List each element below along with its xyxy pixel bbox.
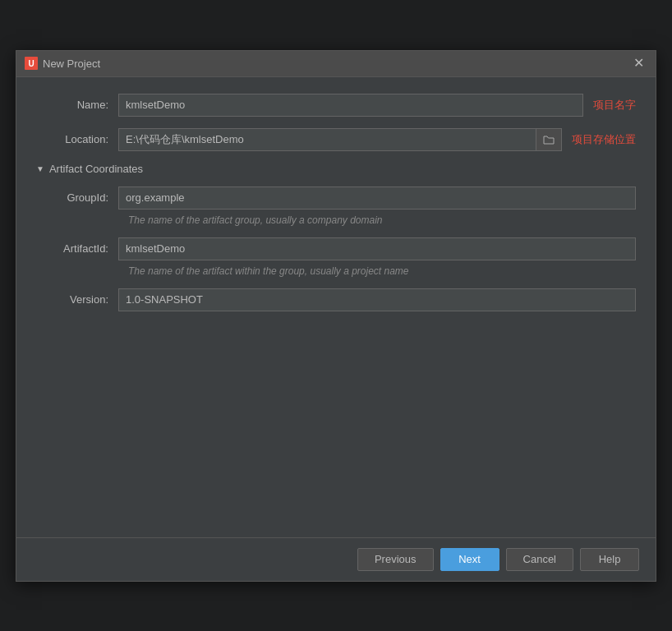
- location-input-wrapper: [118, 128, 562, 151]
- groupid-input[interactable]: [118, 187, 636, 210]
- artifact-header[interactable]: ▼ Artifact Coordinates: [36, 163, 636, 175]
- dialog-footer: Previous Next Cancel Help: [16, 537, 656, 581]
- location-row: Location: 项目存储位置: [36, 128, 636, 151]
- cancel-button[interactable]: Cancel: [506, 548, 573, 571]
- name-row: Name: 项目名字: [36, 94, 636, 117]
- help-button[interactable]: Help: [580, 548, 639, 571]
- groupid-hint: The name of the artifact group, usually …: [128, 214, 636, 226]
- next-button[interactable]: Next: [440, 548, 499, 571]
- folder-icon: [543, 135, 555, 145]
- collapse-triangle-icon: ▼: [36, 164, 44, 173]
- location-label: Location:: [36, 133, 118, 145]
- previous-button[interactable]: Previous: [357, 548, 434, 571]
- artifactid-row: ArtifactId:: [36, 237, 636, 260]
- name-annotation: 项目名字: [593, 98, 636, 113]
- location-annotation: 项目存储位置: [572, 132, 636, 147]
- new-project-dialog: U New Project ✕ Name: 项目名字 Location:: [16, 50, 656, 582]
- close-button[interactable]: ✕: [630, 57, 647, 70]
- artifact-section-label: Artifact Coordinates: [49, 163, 143, 175]
- groupid-label: GroupId:: [36, 191, 118, 204]
- app-icon: U: [25, 57, 38, 70]
- version-input[interactable]: [118, 288, 636, 311]
- version-label: Version:: [36, 293, 118, 306]
- titlebar-left: U New Project: [25, 57, 100, 70]
- groupid-row: GroupId:: [36, 187, 636, 210]
- folder-browse-button[interactable]: [536, 128, 562, 151]
- version-row: Version:: [36, 288, 636, 311]
- name-label: Name:: [36, 99, 118, 111]
- dialog-overlay: U New Project ✕ Name: 项目名字 Location:: [0, 0, 672, 631]
- dialog-titlebar: U New Project ✕: [16, 51, 656, 77]
- artifactid-hint: The name of the artifact within the grou…: [128, 265, 636, 277]
- artifactid-input[interactable]: [118, 237, 636, 260]
- dialog-title: New Project: [43, 58, 100, 70]
- dialog-content: Name: 项目名字 Location: 项目存储位置: [16, 77, 656, 537]
- location-input[interactable]: [118, 128, 536, 151]
- artifact-section: ▼ Artifact Coordinates GroupId: The name…: [36, 163, 636, 311]
- name-input[interactable]: [118, 94, 583, 117]
- artifactid-label: ArtifactId:: [36, 242, 118, 255]
